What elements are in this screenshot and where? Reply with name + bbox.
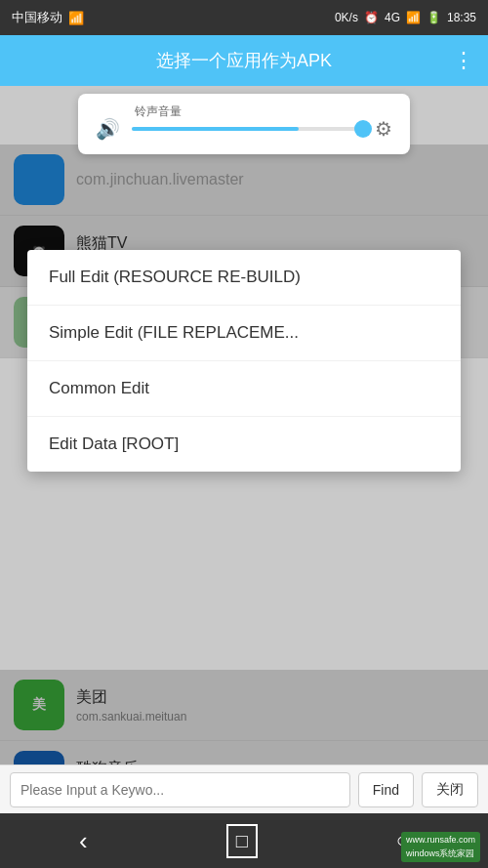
- app-bar-title: 选择一个应用作为APK: [156, 49, 332, 72]
- volume-icon: 🔊: [96, 117, 120, 141]
- signal-bars-icon: 📶: [406, 11, 421, 24]
- overflow-menu-icon[interactable]: ⋮: [453, 48, 474, 73]
- alarm-icon: ⏰: [364, 11, 379, 24]
- watermark: www.runsafe.com windows系统家园: [401, 832, 480, 862]
- volume-thumb[interactable]: [354, 120, 372, 138]
- watermark-line1: www.runsafe.com: [406, 834, 475, 847]
- search-bar: Find 关闭: [0, 765, 488, 813]
- background-content: 铃声音量 🔊 ⚙ com.jinchuan.livemaster 🐼 熊猫TV …: [0, 86, 488, 813]
- menu-item-full-edit[interactable]: Full Edit (RESOURCE RE-BUILD): [27, 250, 461, 306]
- signal-icon: 📶: [68, 11, 84, 25]
- volume-slider[interactable]: [132, 127, 363, 131]
- app-bar: 选择一个应用作为APK ⋮: [0, 35, 488, 86]
- find-button[interactable]: Find: [358, 772, 414, 807]
- time-text: 18:35: [447, 11, 476, 24]
- carrier-text: 中国移动: [12, 9, 62, 26]
- watermark-line2: windows系统家园: [406, 847, 475, 861]
- speed-text: 0K/s: [335, 11, 358, 24]
- search-input[interactable]: [10, 772, 350, 807]
- battery-icon: 🔋: [427, 11, 441, 24]
- navigation-bar: ‹ □ ○ www.runsafe.com windows系统家园: [0, 813, 488, 868]
- status-right: 0K/s ⏰ 4G 📶 🔋 18:35: [335, 11, 476, 24]
- menu-item-edit-data[interactable]: Edit Data [ROOT]: [27, 417, 461, 472]
- volume-popup: 铃声音量 🔊 ⚙: [78, 94, 410, 154]
- menu-item-common-edit[interactable]: Common Edit: [27, 361, 461, 417]
- close-button[interactable]: 关闭: [422, 772, 478, 807]
- volume-label: 铃声音量: [135, 103, 182, 120]
- status-bar: 中国移动 📶 0K/s ⏰ 4G 📶 🔋 18:35: [0, 0, 488, 35]
- menu-item-simple-edit[interactable]: Simple Edit (FILE REPLACEME...: [27, 306, 461, 361]
- settings-icon[interactable]: ⚙: [375, 117, 392, 141]
- volume-fill: [132, 127, 299, 131]
- status-left: 中国移动 📶: [12, 9, 84, 26]
- back-button[interactable]: ‹: [60, 816, 107, 866]
- dropdown-menu: Full Edit (RESOURCE RE-BUILD) Simple Edi…: [27, 250, 461, 472]
- home-button[interactable]: □: [226, 824, 258, 858]
- network-badge: 4G: [385, 11, 400, 24]
